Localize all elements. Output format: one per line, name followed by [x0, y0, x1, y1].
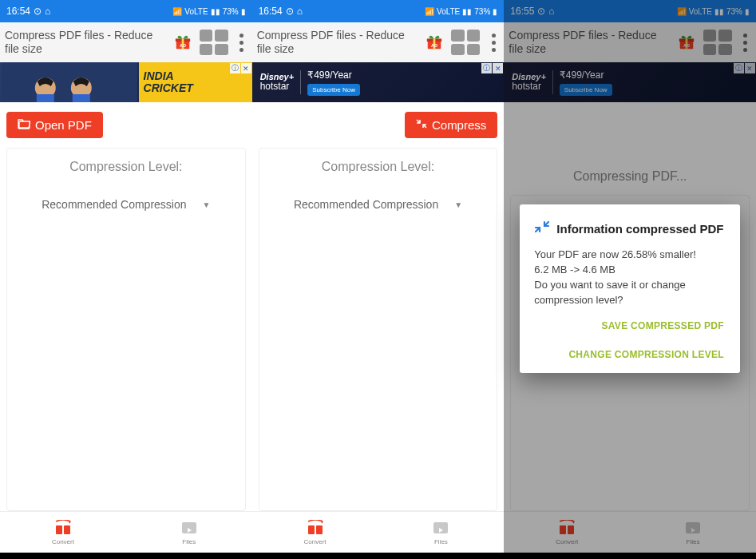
dialog-body: Your PDF are now 26.58% smaller! 6.2 MB …	[534, 248, 726, 307]
svg-text:AD: AD	[683, 43, 690, 48]
dropdown-selected: Recommended Compression	[294, 198, 438, 211]
compressing-status: Compressing PDF...	[504, 150, 756, 195]
status-bar: 16:54 ⊙ ⌂ 📶 VoLTE ▮▮ 73% ▮	[0, 0, 252, 22]
chevron-down-icon: ▼	[454, 200, 462, 209]
ad-close-controls[interactable]: ⓘ ✕	[230, 63, 251, 73]
compress-icon	[416, 118, 427, 132]
svg-rect-24	[568, 525, 574, 534]
app-title: Compress PDF files - Reduce file size	[257, 29, 422, 56]
ad-price: ₹499/Year	[560, 69, 612, 81]
ad-banner[interactable]: ⓘ ✕ Disney+ hotstar ₹499/Year Subscribe …	[252, 62, 505, 102]
dialog-line3: Do you want to save it or change compres…	[534, 278, 726, 308]
system-nav-bar	[0, 553, 252, 559]
svg-rect-9	[56, 525, 62, 534]
compression-card: Compression Level: Recommended Compressi…	[6, 148, 246, 511]
compression-title: Compression Level:	[15, 160, 237, 174]
svg-rect-25	[686, 522, 700, 533]
nav-convert-label: Convert	[52, 538, 74, 545]
nav-files-label: Files	[434, 538, 448, 545]
wifi-icon: 📶	[172, 7, 182, 16]
system-nav-bar	[504, 553, 756, 559]
convert-icon	[556, 519, 578, 537]
network-label: VoLTE	[184, 7, 208, 16]
ad-close-controls[interactable]: ⓘ ✕	[734, 63, 755, 73]
status-time: 16:54	[259, 6, 283, 17]
battery-icon: ▮	[745, 7, 750, 16]
more-menu-icon[interactable]	[740, 34, 751, 52]
battery-percent: 73%	[726, 7, 742, 16]
hotstar-logo: Disney+ hotstar	[260, 72, 295, 92]
battery-percent: 73%	[223, 7, 239, 16]
screen-result-dialog: 16:55 ⊙ ⌂ 📶 VoLTE ▮▮ 73% ▮ Compress PDF …	[504, 0, 756, 559]
nav-files[interactable]: Files	[126, 512, 252, 553]
svg-rect-6	[37, 94, 54, 102]
battery-percent: 73%	[474, 7, 490, 16]
bottom-nav: Convert Files	[252, 511, 505, 553]
compress-result-icon	[534, 219, 550, 238]
dialog-line1: Your PDF are now 26.58% smaller!	[534, 248, 726, 263]
dialog-line2: 6.2 MB -> 4.6 MB	[534, 263, 726, 278]
status-time: 16:55	[510, 6, 534, 17]
compression-level-dropdown[interactable]: Recommended Compression ▼	[267, 198, 489, 211]
action-row: Open PDF	[0, 102, 252, 148]
compression-level-dropdown[interactable]: Recommended Compression ▼	[15, 198, 237, 211]
ad-banner[interactable]: ⓘ ✕ Disney+ hotstar ₹499/Year Subscribe …	[504, 62, 756, 102]
ad-close-controls[interactable]: ⓘ ✕	[481, 63, 503, 73]
status-bar: 16:55 ⊙ ⌂ 📶 VoLTE ▮▮ 73% ▮	[504, 0, 756, 22]
dropdown-selected: Recommended Compression	[42, 198, 186, 211]
svg-rect-17	[316, 525, 323, 534]
status-bar: 16:54 ⊙ ⌂ 📶 VoLTE ▮▮ 73% ▮	[252, 0, 505, 22]
hotstar-logo: Disney+ hotstar	[512, 72, 546, 92]
nav-convert-label: Convert	[304, 538, 327, 545]
more-menu-icon[interactable]	[236, 34, 247, 52]
ad-close-icon[interactable]: ✕	[745, 63, 755, 73]
svg-rect-18	[433, 522, 448, 533]
svg-text:AD: AD	[431, 43, 437, 48]
save-compressed-button[interactable]: SAVE COMPRESSED PDF	[600, 317, 726, 335]
svg-rect-11	[182, 522, 196, 533]
signal-icon: ▮▮	[211, 7, 220, 16]
ad-info-icon[interactable]: ⓘ	[481, 63, 492, 73]
ad-close-icon[interactable]: ✕	[493, 63, 503, 73]
compress-button[interactable]: Compress	[405, 112, 497, 138]
open-pdf-button[interactable]: Open PDF	[6, 112, 103, 138]
status-time: 16:54	[6, 6, 30, 17]
screen-compress: 16:54 ⊙ ⌂ 📶 VoLTE ▮▮ 73% ▮ Compress PDF …	[252, 0, 505, 559]
grid-view-icon[interactable]	[703, 30, 732, 55]
ad-subscribe-button[interactable]: Subscribe Now	[560, 84, 612, 96]
gift-ad-icon[interactable]: AD	[174, 34, 192, 51]
svg-rect-8	[73, 94, 90, 102]
nav-files[interactable]: Files	[630, 512, 756, 553]
ad-info-icon[interactable]: ⓘ	[230, 63, 240, 73]
app-header: Compress PDF files - Reduce file size AD	[0, 22, 252, 62]
nav-convert[interactable]: Convert	[504, 512, 630, 553]
ad-image	[0, 62, 139, 102]
nav-convert-label: Convert	[556, 538, 578, 545]
grid-view-icon[interactable]	[451, 30, 480, 55]
compression-title: Compression Level:	[267, 160, 489, 174]
app-title: Compress PDF files - Reduce file size	[5, 29, 169, 56]
ad-banner[interactable]: ⓘ ✕ INDIA CRICKET	[0, 62, 252, 102]
battery-icon: ▮	[493, 7, 497, 16]
nav-convert[interactable]: Convert	[0, 512, 126, 553]
more-menu-icon[interactable]	[488, 34, 499, 52]
app-title: Compress PDF files - Reduce file size	[509, 29, 673, 56]
grid-view-icon[interactable]	[200, 30, 228, 55]
svg-rect-16	[308, 525, 315, 534]
files-icon	[180, 519, 199, 537]
status-icon: ⌂	[548, 6, 554, 17]
change-compression-button[interactable]: CHANGE COMPRESSION LEVEL	[567, 346, 726, 363]
gift-ad-icon[interactable]: AD	[678, 34, 695, 51]
wifi-icon: 📶	[425, 7, 434, 16]
network-label: VoLTE	[437, 7, 460, 16]
compression-card: Compression Level: Recommended Compressi…	[259, 148, 498, 511]
ad-subscribe-button[interactable]: Subscribe Now	[307, 84, 360, 96]
ad-info-icon[interactable]: ⓘ	[734, 63, 744, 73]
nav-files[interactable]: Files	[378, 512, 504, 553]
nav-convert[interactable]: Convert	[252, 512, 378, 553]
ad-close-icon[interactable]: ✕	[241, 63, 251, 73]
ad-price: ₹499/Year	[307, 69, 360, 81]
bottom-nav: Convert Files	[504, 511, 756, 553]
chevron-down-icon: ▼	[203, 200, 211, 209]
gift-ad-icon[interactable]: AD	[425, 34, 443, 51]
